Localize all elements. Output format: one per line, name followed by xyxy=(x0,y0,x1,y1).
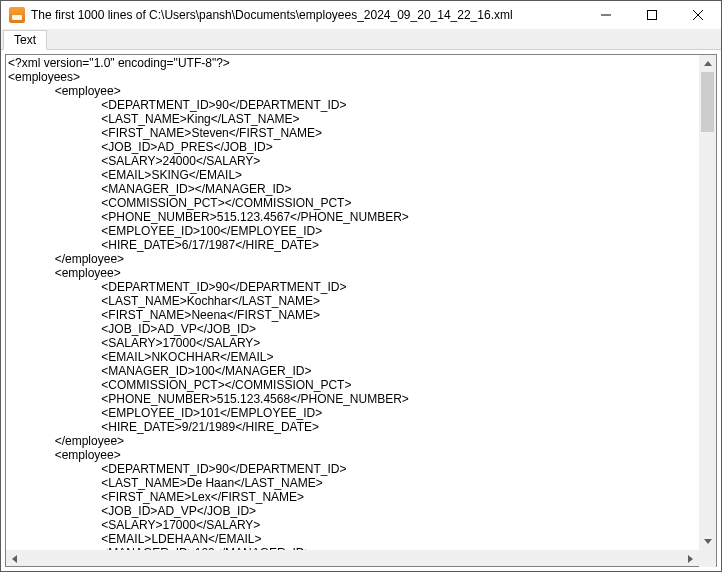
minimize-button[interactable] xyxy=(583,1,629,29)
chevron-up-icon xyxy=(704,61,712,66)
scroll-right-button[interactable] xyxy=(682,550,699,567)
app-window: The first 1000 lines of C:\Users\pansh\D… xyxy=(0,0,722,572)
window-controls xyxy=(583,1,721,29)
scroll-left-button[interactable] xyxy=(6,550,23,567)
tabstrip: Text xyxy=(1,29,721,50)
maximize-icon xyxy=(647,10,657,20)
scroll-down-button[interactable] xyxy=(699,533,716,550)
scrollbar-corner xyxy=(699,550,716,567)
window-title: The first 1000 lines of C:\Users\pansh\D… xyxy=(31,8,583,22)
app-icon xyxy=(9,7,25,23)
close-button[interactable] xyxy=(675,1,721,29)
vertical-scroll-thumb[interactable] xyxy=(701,72,714,132)
chevron-right-icon xyxy=(688,555,693,563)
svg-rect-1 xyxy=(648,10,657,19)
scroll-up-button[interactable] xyxy=(699,55,716,72)
titlebar[interactable]: The first 1000 lines of C:\Users\pansh\D… xyxy=(1,1,721,29)
tab-text[interactable]: Text xyxy=(3,30,47,50)
minimize-icon xyxy=(601,10,611,20)
chevron-down-icon xyxy=(704,539,712,544)
text-scroll-area: <?xml version="1.0" encoding="UTF-8"?> <… xyxy=(6,55,716,550)
text-content[interactable]: <?xml version="1.0" encoding="UTF-8"?> <… xyxy=(6,55,699,550)
content-area: <?xml version="1.0" encoding="UTF-8"?> <… xyxy=(1,50,721,571)
horizontal-scrollbar[interactable] xyxy=(6,550,716,566)
close-icon xyxy=(693,10,703,20)
maximize-button[interactable] xyxy=(629,1,675,29)
vertical-scrollbar[interactable] xyxy=(699,55,716,550)
text-view-frame: <?xml version="1.0" encoding="UTF-8"?> <… xyxy=(5,54,717,567)
chevron-left-icon xyxy=(12,555,17,563)
